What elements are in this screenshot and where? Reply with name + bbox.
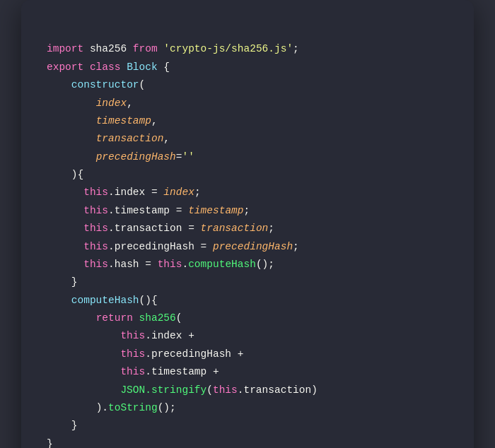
line-5: timestamp,: [47, 115, 158, 126]
line-11: this.transaction = transaction;: [47, 223, 274, 234]
code-window: import sha256 from 'crypto-js/sha256.js'…: [21, 0, 474, 448]
line-17: this.index +: [47, 330, 194, 341]
line-9: this.index = index;: [47, 187, 201, 198]
line-7: precedingHash='': [47, 151, 194, 163]
line-20: JSON.stringify(this.transaction): [47, 384, 318, 396]
line-22: }: [47, 420, 78, 431]
line-12: this.precedingHash = precedingHash;: [47, 241, 299, 252]
line-10: this.timestamp = timestamp;: [47, 205, 250, 216]
line-1: import sha256 from 'crypto-js/sha256.js'…: [47, 43, 299, 54]
line-18: this.precedingHash +: [47, 348, 243, 360]
line-6: transaction,: [47, 133, 170, 144]
line-8: ){: [47, 169, 83, 180]
line-2: export class Block {: [47, 61, 170, 73]
line-16: return sha256(: [47, 312, 182, 324]
line-19: this.timestamp +: [47, 366, 219, 377]
line-13: this.hash = this.computeHash();: [47, 259, 274, 270]
line-15: computeHash(){: [47, 295, 158, 306]
line-21: ).toString();: [47, 402, 176, 413]
code-editor: import sha256 from 'crypto-js/sha256.js'…: [47, 23, 448, 448]
line-14: }: [47, 276, 78, 288]
line-3: constructor(: [47, 79, 145, 90]
line-23: }: [47, 438, 53, 448]
line-4: index,: [47, 98, 133, 109]
